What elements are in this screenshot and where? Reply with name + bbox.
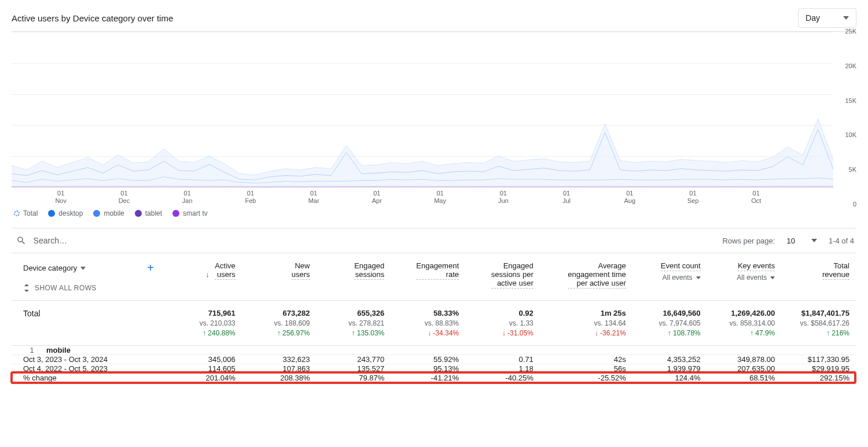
total-cell: 16,649,560vs. 7,974,605↑ 108.78% — [633, 301, 708, 346]
legend-swatch-total — [14, 210, 20, 216]
granularity-value: Day — [806, 13, 820, 23]
x-tick: 01Nov — [55, 190, 67, 205]
col-aet[interactable]: Averageengagement timeper active user — [540, 253, 633, 301]
legend-swatch-smarttv — [172, 210, 179, 217]
chart-legend: Total desktop mobile tablet smart tv — [12, 209, 856, 217]
event-count-filter[interactable]: All events — [662, 274, 700, 282]
add-dimension-button[interactable]: + — [147, 261, 154, 275]
x-tick: 01Jun — [498, 190, 509, 205]
legend-total[interactable]: Total — [14, 209, 38, 217]
col-revenue[interactable]: Totalrevenue — [782, 253, 856, 301]
key-events-filter[interactable]: All events — [737, 274, 775, 282]
y-tick: 20K — [836, 62, 856, 69]
col-key-events[interactable]: Key events All events — [708, 253, 782, 301]
svg-marker-0 — [12, 119, 833, 187]
x-tick: 01Mar — [308, 190, 319, 205]
col-new-users[interactable]: Newusers — [242, 253, 317, 301]
legend-smarttv[interactable]: smart tv — [172, 209, 208, 217]
legend-swatch-desktop — [48, 210, 55, 217]
segment-row[interactable]: 1mobile — [12, 346, 856, 355]
total-cell: 655,326vs. 278,821↑ 135.03% — [317, 301, 392, 346]
x-tick: 01Jul — [562, 190, 571, 205]
pct-change-row: % change201.04%208.38%79.87%-41.21%-40.2… — [12, 374, 856, 383]
col-engaged-sessions[interactable]: Engagedsessions — [317, 253, 392, 301]
x-tick: 01Aug — [624, 190, 635, 205]
x-tick: 01Sep — [687, 190, 699, 205]
chevron-down-icon[interactable] — [80, 267, 86, 270]
rows-per-page-label: Rows per page: — [722, 237, 775, 245]
chart-title: Active users by Device category over tim… — [12, 13, 173, 23]
y-tick: 0 — [836, 201, 856, 208]
legend-mobile[interactable]: mobile — [93, 209, 124, 217]
show-all-rows-button[interactable]: SHOW ALL ROWS — [23, 284, 161, 292]
total-cell: 673,282vs. 188,609↑ 256.97% — [242, 301, 317, 346]
search-icon — [16, 235, 27, 246]
table-search-input[interactable] — [32, 235, 720, 246]
period-row: Oct 3, 2023 - Oct 3, 2024345,006332,6232… — [12, 355, 856, 364]
x-tick: 01May — [434, 190, 446, 205]
x-tick: 01Apr — [372, 190, 382, 205]
chevron-down-icon — [843, 15, 849, 21]
period-row: Oct 4, 2022 - Oct 5, 2023114,605107,8631… — [12, 364, 856, 374]
sort-desc-icon: ↓ — [205, 270, 209, 279]
col-esp[interactable]: Engagedsessions peractive user — [466, 253, 540, 301]
chart-area: 01Nov01Dec01Jan01Feb01Mar01Apr01May01Jun… — [12, 31, 856, 205]
total-cell: 58.33%vs. 88.83%↓ -34.34% — [391, 301, 466, 346]
expand-icon — [23, 284, 30, 292]
total-cell: 1m 25svs. 134.64↓ -36.21% — [540, 301, 633, 346]
chevron-down-icon — [811, 239, 817, 242]
y-tick: 15K — [836, 97, 856, 104]
rows-per-page-select[interactable]: 10 — [786, 237, 816, 245]
granularity-select[interactable]: Day — [798, 8, 856, 28]
x-tick: 01Oct — [751, 190, 761, 205]
total-cell: 0.92vs. 1.33↓ -31.05% — [466, 301, 540, 346]
line-chart — [12, 32, 833, 187]
y-tick: 5K — [836, 166, 856, 173]
y-tick: 10K — [836, 131, 856, 138]
legend-tablet[interactable]: tablet — [135, 209, 162, 217]
x-tick: 01Feb — [245, 190, 256, 205]
legend-swatch-mobile — [93, 210, 100, 217]
col-active-users[interactable]: ↓ Activeusers — [168, 253, 242, 301]
total-cell: $1,847,401.75vs. $584,617.26↑ 216% — [782, 301, 856, 346]
total-cell: 1,269,426.00vs. 858,314.00↑ 47.9% — [708, 301, 782, 346]
pagination-range: 1-4 of 4 — [829, 237, 854, 245]
total-row-label: Total — [23, 309, 161, 318]
x-tick: 01Dec — [119, 190, 130, 205]
x-tick: 01Jan — [182, 190, 193, 205]
total-cell: 715,961vs. 210,033↑ 240.88% — [168, 301, 242, 346]
y-tick: 25K — [836, 28, 856, 35]
col-event-count[interactable]: Event count All events — [633, 253, 708, 301]
col-engagement-rate[interactable]: Engagementrate — [391, 253, 466, 301]
legend-desktop[interactable]: desktop — [48, 209, 83, 217]
chevron-down-icon — [770, 276, 775, 279]
dimension-header[interactable]: Device category — [23, 264, 77, 272]
legend-swatch-tablet — [135, 210, 142, 217]
chevron-down-icon — [696, 276, 701, 279]
